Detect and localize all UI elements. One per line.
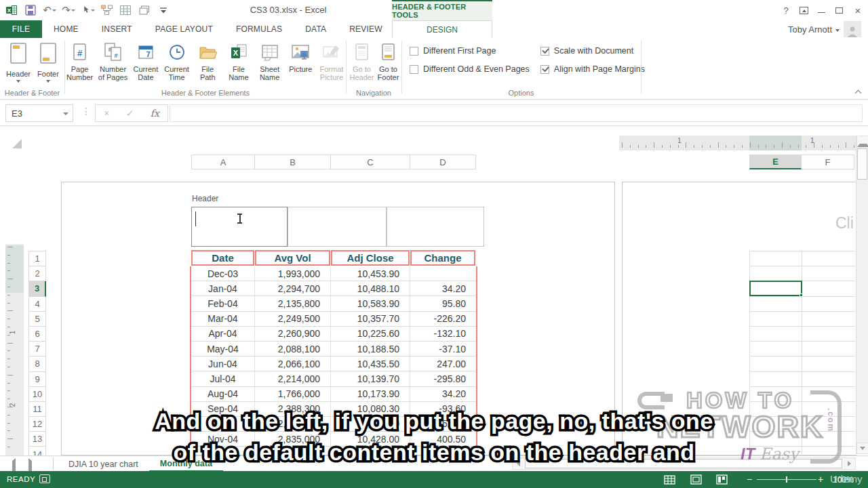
smartart-icon[interactable] bbox=[99, 3, 114, 18]
table-cell[interactable]: Mar-04 bbox=[191, 312, 255, 326]
table-cell[interactable]: -93.60 bbox=[410, 402, 476, 416]
row-header-8[interactable]: 8 bbox=[28, 357, 46, 371]
switch-windows-icon[interactable] bbox=[137, 3, 152, 18]
table-cell[interactable]: 1,993,000 bbox=[255, 266, 331, 281]
table-cell[interactable]: Sep-04 bbox=[191, 402, 255, 416]
tab-home[interactable]: HOME bbox=[42, 20, 90, 38]
minimize-icon[interactable] bbox=[812, 4, 830, 16]
sheet-name-button[interactable]: SheetName bbox=[257, 39, 283, 81]
zoom-slider-handle[interactable] bbox=[786, 476, 787, 483]
table-cell[interactable]: 2,066,100 bbox=[255, 357, 331, 371]
go-to-footer-button[interactable]: Go toFooter bbox=[376, 39, 401, 81]
scroll-up-icon[interactable] bbox=[856, 136, 868, 147]
formula-cancel-icon[interactable]: × bbox=[104, 108, 109, 119]
empty-grid-cell[interactable] bbox=[750, 312, 802, 326]
row-header-13[interactable]: 13 bbox=[28, 432, 46, 447]
tab-formulas[interactable]: FORMULAS bbox=[224, 20, 294, 38]
table-cell[interactable]: 10,488.10 bbox=[331, 281, 410, 296]
header-center-box[interactable] bbox=[288, 207, 387, 247]
normal-view-icon[interactable] bbox=[663, 474, 676, 485]
empty-grid-cell[interactable] bbox=[750, 417, 802, 431]
selected-cell-E3[interactable] bbox=[749, 281, 802, 296]
insert-function-icon[interactable]: fx bbox=[151, 108, 159, 119]
column-header-D[interactable]: D bbox=[410, 155, 476, 169]
tab-page-layout[interactable]: PAGE LAYOUT bbox=[144, 20, 224, 38]
column-header-C[interactable]: C bbox=[331, 155, 410, 169]
table-cell[interactable]: -226.20 bbox=[410, 312, 476, 326]
file-path-button[interactable]: FilePath bbox=[195, 39, 220, 81]
checkbox-align-with-page-margins[interactable]: Align with Page Margins bbox=[540, 64, 645, 74]
table-cell[interactable]: Oct-04 bbox=[191, 417, 255, 431]
empty-grid-cell[interactable] bbox=[750, 297, 802, 311]
table-cell[interactable]: 2,260,900 bbox=[255, 327, 331, 341]
row-header-7[interactable]: 7 bbox=[28, 342, 46, 357]
table-cell[interactable]: 2,214,000 bbox=[255, 371, 331, 386]
table-cell[interactable]: 10,027.50 bbox=[331, 417, 410, 431]
table-cell[interactable]: -295.80 bbox=[410, 371, 476, 386]
horizontal-scrollbar-thumb[interactable] bbox=[525, 459, 842, 468]
column-header-E[interactable]: E bbox=[749, 155, 802, 169]
table-cell[interactable]: 10,188.50 bbox=[331, 342, 410, 356]
sheet-tab-monthly-data[interactable]: Monthly data bbox=[149, 456, 223, 472]
table-cell[interactable]: 2,388,300 bbox=[255, 402, 331, 416]
sheet-tab-djia-10-year-chart[interactable]: DJIA 10 year chart bbox=[58, 456, 149, 472]
table-cell[interactable]: 2,294,700 bbox=[255, 281, 331, 296]
table-cell[interactable]: Dec-03 bbox=[191, 266, 255, 281]
tab-review[interactable]: REVIEW bbox=[338, 20, 394, 38]
scroll-right-icon[interactable] bbox=[844, 458, 855, 469]
zoom-out-icon[interactable]: − bbox=[747, 474, 752, 485]
table-cell[interactable]: 400.50 bbox=[410, 432, 476, 446]
empty-grid-cell[interactable] bbox=[750, 327, 802, 341]
checkbox-icon[interactable] bbox=[410, 47, 418, 56]
table-cell[interactable]: May-04 bbox=[191, 342, 255, 356]
column-header-F[interactable]: F bbox=[802, 155, 854, 169]
empty-grid-cell[interactable] bbox=[750, 432, 802, 446]
collapse-ribbon-icon[interactable] bbox=[855, 89, 861, 95]
avatar[interactable] bbox=[844, 21, 861, 37]
empty-grid-cell[interactable] bbox=[750, 387, 802, 401]
table-cell[interactable]: 10,583.90 bbox=[331, 296, 410, 310]
checkbox-different-first-page[interactable]: Different First Page bbox=[410, 46, 530, 56]
table-cell[interactable]: 10,139.70 bbox=[331, 371, 410, 386]
scroll-left-icon[interactable] bbox=[513, 458, 524, 469]
table-cell[interactable]: 10,173.90 bbox=[331, 387, 410, 401]
row-header-11[interactable]: 11 bbox=[28, 402, 46, 417]
ribbon-display-options-icon[interactable] bbox=[795, 4, 812, 16]
scroll-down-icon[interactable] bbox=[856, 443, 868, 454]
row-header-2[interactable]: 2 bbox=[28, 266, 46, 281]
fill-handle[interactable] bbox=[800, 293, 803, 297]
save-icon[interactable] bbox=[23, 3, 38, 18]
empty-grid-cell[interactable] bbox=[750, 266, 802, 281]
row-header-3[interactable]: 3 bbox=[28, 281, 46, 296]
row-header-4[interactable]: 4 bbox=[28, 297, 46, 312]
row-header-14[interactable]: 14 bbox=[28, 447, 46, 455]
column-header-A[interactable]: A bbox=[191, 155, 255, 169]
undo-icon[interactable]: ↶ bbox=[42, 3, 57, 18]
row-header-6[interactable]: 6 bbox=[28, 327, 46, 342]
number-of-pages-button[interactable]: ##Numberof Pages bbox=[98, 39, 127, 81]
picture-button[interactable]: Picture bbox=[288, 39, 313, 81]
account-name[interactable]: Toby Arnott bbox=[788, 20, 840, 38]
checkbox-icon[interactable] bbox=[540, 65, 549, 74]
table-cell[interactable]: 2,088,100 bbox=[255, 342, 331, 356]
header-right-box[interactable] bbox=[387, 207, 484, 247]
table-cell[interactable]: -52.80 bbox=[410, 417, 476, 431]
tab-data[interactable]: DATA bbox=[294, 20, 338, 38]
customize-qat-icon[interactable] bbox=[156, 3, 171, 18]
table-cell[interactable]: 10,428.00 bbox=[331, 432, 410, 446]
table-cell[interactable]: Nov-04 bbox=[191, 432, 255, 446]
help-icon[interactable]: ? bbox=[777, 4, 795, 16]
row-header-9[interactable]: 9 bbox=[28, 372, 46, 387]
current-time-button[interactable]: CurrentTime bbox=[164, 39, 190, 81]
excel-logo-icon[interactable]: X bbox=[4, 3, 19, 18]
macro-record-icon[interactable] bbox=[39, 474, 50, 483]
table-cell[interactable]: Apr-04 bbox=[191, 327, 255, 341]
table-icon[interactable] bbox=[118, 3, 133, 18]
name-box[interactable]: E3 bbox=[5, 104, 73, 122]
table-cell[interactable]: -37.10 bbox=[410, 342, 476, 356]
column-header-B[interactable]: B bbox=[255, 155, 331, 169]
empty-grid-cell[interactable] bbox=[750, 447, 802, 455]
table-cell[interactable]: 247.00 bbox=[410, 357, 476, 371]
checkbox-different-odd-even-pages[interactable]: Different Odd & Even Pages bbox=[410, 64, 530, 74]
touch-mode-icon[interactable] bbox=[80, 3, 95, 18]
